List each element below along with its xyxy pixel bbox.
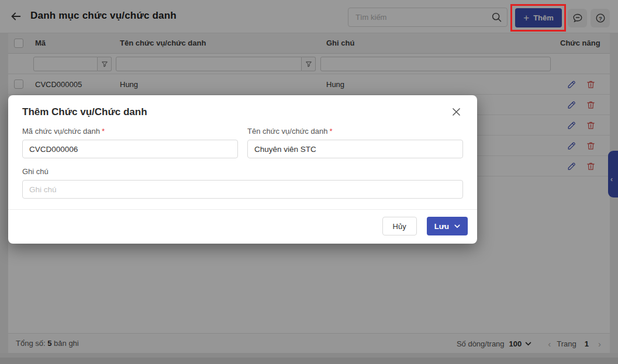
add-position-modal: Thêm Chức vụ/Chức danh Mã chức vụ/chức d…: [8, 95, 477, 244]
close-icon[interactable]: [450, 105, 463, 119]
field-label-ma: Mã chức vụ/chức danh*: [22, 127, 238, 136]
app-window: Danh mục chức vụ/chức danh + Thêm ? Mã T…: [0, 0, 618, 364]
ma-chuc-vu-input[interactable]: [22, 140, 238, 158]
save-button[interactable]: Lưu: [427, 217, 468, 235]
required-asterisk: *: [102, 127, 105, 136]
save-button-label: Lưu: [434, 222, 449, 231]
modal-title: Thêm Chức vụ/Chức danh: [22, 106, 147, 118]
required-asterisk: *: [329, 127, 332, 136]
field-label-ten: Tên chức vụ/chức danh*: [247, 127, 463, 136]
cancel-button[interactable]: Hủy: [382, 217, 417, 235]
field-label-ghichu: Ghi chú: [22, 167, 463, 176]
chevron-down-icon: [454, 224, 460, 228]
ten-chuc-vu-input[interactable]: [247, 140, 463, 158]
ghi-chu-input[interactable]: [22, 180, 463, 199]
modal-body: Mã chức vụ/chức danh* Tên chức vụ/chức d…: [8, 122, 477, 199]
modal-header: Thêm Chức vụ/Chức danh: [8, 95, 477, 122]
modal-footer: Hủy Lưu: [8, 209, 477, 242]
